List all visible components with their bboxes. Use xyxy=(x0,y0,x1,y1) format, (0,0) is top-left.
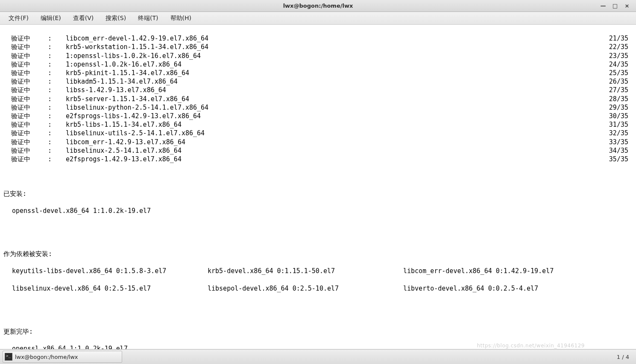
verify-package: krb5-libs-1.15.1-34.el7.x86_64 xyxy=(66,120,603,129)
verify-count: 33/35 xyxy=(603,138,633,146)
verify-label: 验证中 xyxy=(3,146,48,155)
verify-label: 验证中 xyxy=(3,155,48,163)
verify-colon: : xyxy=(48,155,66,163)
verify-row: 验证中: libkadm5-1.15.1-34.el7.x86_6426/35 xyxy=(3,77,633,86)
verify-package: krb5-workstation-1.15.1-34.el7.x86_64 xyxy=(66,43,603,51)
verify-label: 验证中 xyxy=(3,103,48,112)
verify-row: 验证中: libss-1.42.9-13.el7.x86_6427/35 xyxy=(3,86,633,94)
verify-colon: : xyxy=(48,86,66,94)
menu-file[interactable]: 文件(F) xyxy=(3,13,35,24)
verify-package: libkadm5-1.15.1-34.el7.x86_64 xyxy=(66,77,603,86)
minimize-button[interactable]: — xyxy=(599,2,607,10)
verify-label: 验证中 xyxy=(3,129,48,137)
verify-count: 32/35 xyxy=(603,129,633,137)
terminal-icon xyxy=(5,353,12,361)
verify-row: 验证中: libcom_err-1.42.9-13.el7.x86_6433/3… xyxy=(3,138,633,146)
taskbar-item-terminal[interactable]: lwx@bogon:/home/lwx xyxy=(3,351,122,363)
verify-count: 21/35 xyxy=(603,34,633,43)
maximize-button[interactable]: □ xyxy=(611,2,619,10)
verify-colon: : xyxy=(48,69,66,77)
verify-row: 验证中: 1:openssl-1.0.2k-16.el7.x86_6424/35 xyxy=(3,60,633,69)
dep-installed-cell: libselinux-devel.x86_64 0:2.5-15.el7 xyxy=(3,284,208,293)
verify-row: 验证中: libcom_err-devel-1.42.9-19.el7.x86_… xyxy=(3,34,633,43)
verify-package: libselinux-2.5-14.1.el7.x86_64 xyxy=(66,146,603,155)
verify-count: 29/35 xyxy=(603,103,633,112)
verify-count: 25/35 xyxy=(603,69,633,77)
menu-terminal[interactable]: 终端(T) xyxy=(132,13,164,24)
workspace-pager-label: 1 / 4 xyxy=(617,354,629,360)
close-button[interactable]: × xyxy=(623,2,631,10)
menu-edit[interactable]: 编辑(E) xyxy=(35,13,67,24)
verify-colon: : xyxy=(48,103,66,112)
menubar: 文件(F) 编辑(E) 查看(V) 搜索(S) 终端(T) 帮助(H) xyxy=(0,12,636,25)
dep-installed-cell: libverto-devel.x86_64 0:0.2.5-4.el7 xyxy=(403,284,617,293)
verify-package: e2fsprogs-1.42.9-13.el7.x86_64 xyxy=(66,155,603,163)
verify-label: 验证中 xyxy=(3,86,48,94)
verify-label: 验证中 xyxy=(3,34,48,43)
window-titlebar: lwx@bogon:/home/lwx — □ × xyxy=(0,0,636,12)
verify-package: e2fsprogs-libs-1.42.9-13.el7.x86_64 xyxy=(66,112,603,120)
verify-label: 验证中 xyxy=(3,95,48,103)
verify-colon: : xyxy=(48,112,66,120)
verify-colon: : xyxy=(48,77,66,86)
verify-package: libcom_err-devel-1.42.9-19.el7.x86_64 xyxy=(66,34,603,43)
dep-installed-cell: keyutils-libs-devel.x86_64 0:1.5.8-3.el7 xyxy=(3,267,208,275)
verify-colon: : xyxy=(48,95,66,103)
dep-installed-cell: libsepol-devel.x86_64 0:2.5-10.el7 xyxy=(208,284,403,293)
verify-package: libselinux-python-2.5-14.1.el7.x86_64 xyxy=(66,103,603,112)
verify-package: krb5-server-1.15.1-34.el7.x86_64 xyxy=(66,95,603,103)
verify-row: 验证中: krb5-server-1.15.1-34.el7.x86_6428/… xyxy=(3,95,633,103)
verify-label: 验证中 xyxy=(3,77,48,86)
verify-package: libcom_err-1.42.9-13.el7.x86_64 xyxy=(66,138,603,146)
verify-count: 31/35 xyxy=(603,120,633,129)
verify-package: 1:openssl-libs-1.0.2k-16.el7.x86_64 xyxy=(66,52,603,60)
verify-row: 验证中: 1:openssl-libs-1.0.2k-16.el7.x86_64… xyxy=(3,52,633,60)
verify-count: 23/35 xyxy=(603,52,633,60)
verify-colon: : xyxy=(48,146,66,155)
verify-row: 验证中: krb5-libs-1.15.1-34.el7.x86_6431/35 xyxy=(3,120,633,129)
menu-view[interactable]: 查看(V) xyxy=(67,13,100,24)
label-installed: 已安装: xyxy=(3,189,633,198)
verify-row: 验证中: krb5-pkinit-1.15.1-34.el7.x86_6425/… xyxy=(3,69,633,77)
verify-package: 1:openssl-1.0.2k-16.el7.x86_64 xyxy=(66,60,603,69)
dep-installed-cell: krb5-devel.x86_64 0:1.15.1-50.el7 xyxy=(208,267,403,275)
verify-label: 验证中 xyxy=(3,60,48,69)
verify-package: libselinux-utils-2.5-14.1.el7.x86_64 xyxy=(66,129,603,137)
workspace-pager[interactable]: 1 / 4 xyxy=(617,354,633,360)
verify-colon: : xyxy=(48,34,66,43)
terminal-output[interactable]: 验证中: libcom_err-devel-1.42.9-19.el7.x86_… xyxy=(0,25,636,349)
verify-colon: : xyxy=(48,52,66,60)
verify-label: 验证中 xyxy=(3,138,48,146)
verify-row: 验证中: libselinux-utils-2.5-14.1.el7.x86_6… xyxy=(3,129,633,137)
verify-row: 验证中: libselinux-python-2.5-14.1.el7.x86_… xyxy=(3,103,633,112)
verify-colon: : xyxy=(48,60,66,69)
verify-row: 验证中: e2fsprogs-1.42.9-13.el7.x86_6435/35 xyxy=(3,155,633,163)
verify-row: 验证中: krb5-workstation-1.15.1-34.el7.x86_… xyxy=(3,43,633,51)
window-title: lwx@bogon:/home/lwx xyxy=(283,3,353,9)
dep-installed-cell: libcom_err-devel.x86_64 0:1.42.9-19.el7 xyxy=(403,267,617,275)
verify-count: 26/35 xyxy=(603,77,633,86)
verify-count: 34/35 xyxy=(603,146,633,155)
verify-label: 验证中 xyxy=(3,112,48,120)
installed-item: openssl-devel.x86_64 1:1.0.2k-19.el7 xyxy=(3,207,633,215)
menu-search[interactable]: 搜索(S) xyxy=(100,13,132,24)
verify-count: 35/35 xyxy=(603,155,633,163)
verify-colon: : xyxy=(48,120,66,129)
verify-label: 验证中 xyxy=(3,69,48,77)
verify-row: 验证中: e2fsprogs-libs-1.42.9-13.el7.x86_64… xyxy=(3,112,633,120)
label-dep-installed: 作为依赖被安装: xyxy=(3,250,633,258)
verify-count: 22/35 xyxy=(603,43,633,51)
verify-label: 验证中 xyxy=(3,52,48,60)
label-updated: 更新完毕: xyxy=(3,327,633,336)
verify-package: krb5-pkinit-1.15.1-34.el7.x86_64 xyxy=(66,69,603,77)
verify-count: 24/35 xyxy=(603,60,633,69)
verify-package: libss-1.42.9-13.el7.x86_64 xyxy=(66,86,603,94)
verify-count: 30/35 xyxy=(603,112,633,120)
taskbar-item-label: lwx@bogon:/home/lwx xyxy=(15,354,78,360)
menu-help[interactable]: 帮助(H) xyxy=(164,13,197,24)
verify-colon: : xyxy=(48,138,66,146)
verify-colon: : xyxy=(48,129,66,137)
taskbar: lwx@bogon:/home/lwx 1 / 4 xyxy=(0,349,636,364)
verify-count: 27/35 xyxy=(603,86,633,94)
verify-colon: : xyxy=(48,43,66,51)
